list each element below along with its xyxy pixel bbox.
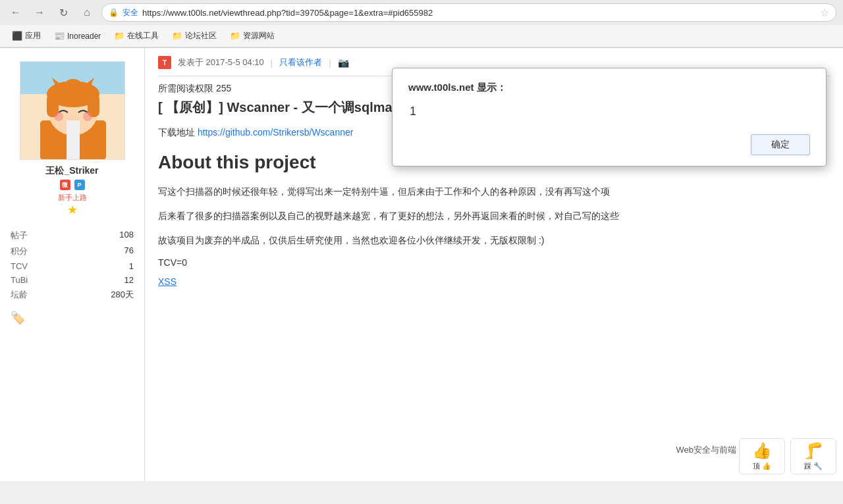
url-text: https://www.t00ls.net/viewthread.php?tid… <box>142 8 433 18</box>
alert-dialog: www.t00ls.net 显示： 1 确定 <box>392 68 827 166</box>
bookmark-inoreader[interactable]: 📰 Inoreader <box>49 29 106 43</box>
alert-ok-button[interactable]: 确定 <box>751 134 810 155</box>
back-button[interactable]: ← <box>7 3 25 22</box>
bookmark-resources-label: 资源网站 <box>243 30 275 41</box>
bookmarks-bar: ⬛ 应用 📰 Inoreader 📁 在线工具 📁 论坛社区 📁 资源网站 <box>0 25 843 47</box>
bookmark-online-tools[interactable]: 📁 在线工具 <box>109 28 164 43</box>
alert-value: 1 <box>408 105 810 118</box>
secure-label: 安全 <box>122 7 138 18</box>
address-bar[interactable]: 🔒 安全 https://www.t00ls.net/viewthread.ph… <box>101 3 836 22</box>
browser-titlebar: ← → ↻ ⌂ 🔒 安全 https://www.t00ls.net/viewt… <box>0 0 843 25</box>
bookmark-apps-label: 应用 <box>25 30 41 41</box>
folder-icon-2: 📁 <box>172 31 182 41</box>
bookmark-online-tools-label: 在线工具 <box>127 30 159 41</box>
bookmark-apps[interactable]: ⬛ 应用 <box>7 28 46 43</box>
bookmark-forum-label: 论坛社区 <box>185 30 217 41</box>
inoreader-icon: 📰 <box>54 31 65 41</box>
bookmark-forum[interactable]: 📁 论坛社区 <box>167 28 222 43</box>
page-content: 王松_Striker 微 P 新手上路 ★ 帖子 108 积分 76 TCV 1… <box>0 48 843 481</box>
lock-icon: 🔒 <box>109 8 119 17</box>
browser-chrome: ← → ↻ ⌂ 🔒 安全 https://www.t00ls.net/viewt… <box>0 0 843 48</box>
home-button[interactable]: ⌂ <box>78 3 96 22</box>
alert-title: www.t00ls.net 显示： <box>408 82 810 94</box>
refresh-button[interactable]: ↻ <box>54 3 72 22</box>
bookmark-resources[interactable]: 📁 资源网站 <box>225 28 280 43</box>
bookmark-star-icon[interactable]: ☆ <box>820 7 829 19</box>
alert-footer: 确定 <box>408 134 810 155</box>
bookmark-inoreader-label: Inoreader <box>67 32 101 41</box>
folder-icon-3: 📁 <box>230 31 240 41</box>
forward-button[interactable]: → <box>30 3 49 22</box>
folder-icon-1: 📁 <box>114 31 124 41</box>
apps-icon: ⬛ <box>12 31 22 41</box>
modal-overlay: www.t00ls.net 显示： 1 确定 <box>0 48 843 481</box>
